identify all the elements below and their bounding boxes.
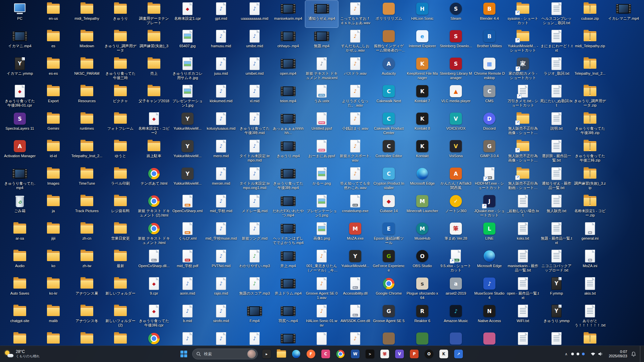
desktop-icon[interactable]: NKSC_PARAM bbox=[70, 56, 103, 82]
desktop-icon[interactable]: EEpson 接続診断ツール bbox=[372, 221, 405, 247]
taskbar-clock[interactable]: 0:07 2025/09/23 bbox=[609, 350, 627, 358]
desktop-icon[interactable]: ♪PVTNd.mid bbox=[205, 248, 237, 275]
desktop-icon[interactable]: きゅうりボカコレ用サムネ.jpg bbox=[171, 56, 204, 82]
desktop-icon[interactable]: きゅうり_調声用データ.zip bbox=[574, 83, 606, 110]
desktop-icon[interactable]: ♪わかりやすい.mp3 bbox=[238, 248, 271, 275]
desktop-icon[interactable]: ♪メドレー風.mid bbox=[238, 193, 271, 220]
desktop-icon[interactable]: eInternet Explorer bbox=[406, 28, 439, 55]
desktop-icon[interactable]: きゅうり食ってた午後三時.zip bbox=[574, 138, 606, 165]
desktop-icon[interactable]: きゅうり bbox=[104, 1, 137, 27]
desktop-icon[interactable]: zh-cn bbox=[70, 221, 103, 247]
desktop-icon[interactable]: ♪パスドラ.wav bbox=[339, 56, 372, 82]
desktop-icon[interactable]: ♪umibe.mid bbox=[238, 28, 271, 55]
desktop-icon[interactable]: WiFI.txt bbox=[506, 303, 539, 330]
taskbar-pinned-obs-studio[interactable]: O bbox=[422, 347, 436, 361]
desktop-icon[interactable]: ▦Chrome Remote Desktop bbox=[473, 56, 506, 82]
desktop-icon[interactable]: ♪xl.mid bbox=[238, 83, 271, 110]
notification-bell-icon[interactable] bbox=[631, 351, 636, 357]
desktop-icon[interactable] bbox=[3, 330, 36, 346]
desktop-icon[interactable]: ◆名称未設定1.cpr bbox=[171, 1, 204, 27]
desktop-icon[interactable]: ♪きゅうり食ってた午後3時.mid bbox=[238, 111, 271, 137]
desktop-icon[interactable] bbox=[473, 330, 506, 346]
desktop-icon[interactable]: YYukkuriMovieM... bbox=[339, 248, 372, 275]
search-box[interactable] bbox=[192, 349, 258, 359]
desktop-icon[interactable]: 筆筆まめ Ver.28 bbox=[439, 221, 472, 247]
desktop-icon[interactable]: jijii bbox=[37, 221, 70, 247]
desktop-icon[interactable]: BBrother Utilities bbox=[473, 28, 506, 55]
desktop-icon[interactable]: YF.ymmp bbox=[540, 276, 573, 302]
desktop-icon[interactable]: 調声練習(失敗)_3 bbox=[138, 28, 170, 55]
tray-app-1-icon[interactable] bbox=[571, 353, 574, 355]
desktop-icon[interactable]: PPSFおーまにあ.ppsf bbox=[305, 138, 338, 165]
desktop-icon[interactable]: HHALion Sonic bbox=[406, 1, 439, 27]
desktop-icon[interactable]: ♪新規ソング.mid bbox=[238, 221, 271, 247]
desktop-icon[interactable]: id-id bbox=[37, 138, 70, 165]
desktop-icon[interactable]: ♪b.mid bbox=[171, 303, 204, 330]
desktop-icon[interactable]: OOBS Studio bbox=[406, 248, 439, 275]
desktop-icon[interactable]: Images bbox=[37, 166, 70, 192]
search-input[interactable] bbox=[203, 351, 245, 357]
desktop-icon[interactable]: ♪ bbox=[339, 330, 372, 346]
desktop-icon[interactable]: CCrypton Product Installer bbox=[372, 166, 405, 192]
desktop-icon[interactable]: 羽尻へ.mp4 bbox=[272, 303, 305, 330]
desktop-icon[interactable]: あっぁぁぁぁhhhhhh... bbox=[272, 111, 305, 137]
desktop-icon[interactable]: DLLAccessibility.dll bbox=[339, 276, 372, 302]
desktop-icon[interactable]: ♪無題のスコア.mp3 bbox=[238, 276, 271, 302]
desktop-icon[interactable]: PC bbox=[3, 1, 36, 27]
desktop-icon[interactable]: レジ袋有料 bbox=[104, 193, 137, 220]
desktop-icon[interactable]: ラベル印刷 bbox=[104, 166, 137, 192]
desktop-icon[interactable]: まにまにわーど！.txt bbox=[540, 28, 573, 55]
desktop-icon[interactable]: ♪Amazon Music bbox=[439, 303, 472, 330]
desktop-icon[interactable]: ♪Groove Agent SE 01.wav bbox=[305, 276, 338, 302]
desktop-icon[interactable]: 路上駐車 bbox=[138, 138, 170, 165]
weather-widget[interactable]: 28°C くもりのち晴れ bbox=[1, 347, 43, 361]
desktop-icon[interactable]: きゅうり_調声用データ bbox=[104, 28, 137, 55]
desktop-icon[interactable]: ko-kr bbox=[37, 276, 70, 302]
desktop-icon[interactable]: テンポあて.html bbox=[138, 166, 170, 192]
desktop-icon[interactable]: zh-tw bbox=[70, 248, 103, 275]
desktop-icon[interactable]: ポリリリリズム bbox=[372, 1, 405, 27]
desktop-icon[interactable]: ♪hamusu.mid bbox=[205, 28, 237, 55]
desktop-icon[interactable]: MMoZA.exe bbox=[339, 221, 372, 247]
desktop-icon[interactable]: 売上 bbox=[138, 56, 170, 82]
desktop-icon[interactable]: 新しいフォルダー (2) bbox=[104, 303, 137, 330]
desktop-icon[interactable]: F.mp4 bbox=[238, 303, 271, 330]
desktop-icon[interactable]: DDiscord bbox=[473, 111, 506, 137]
desktop-icon[interactable] bbox=[439, 330, 472, 346]
desktop-icon[interactable]: SSpectraLayers 11 bbox=[3, 111, 36, 137]
desktop-icon[interactable]: 調声練習(失敗)_3.zip bbox=[574, 166, 606, 192]
desktop-icon[interactable]: Aかんたん！AITalk3 関西風 bbox=[439, 166, 472, 192]
taskbar-pinned-google-chrome[interactable] bbox=[334, 347, 347, 361]
desktop-icon[interactable]: 画像1.png bbox=[305, 221, 338, 247]
desktop-icon[interactable]: Yきゅうり.ymmp bbox=[540, 303, 573, 330]
desktop-icon[interactable]: INIgeneral.ini bbox=[574, 221, 606, 247]
desktop-icon[interactable]: EXEcreatedump.exe bbox=[339, 193, 372, 220]
desktop-icon[interactable]: Telepathy_Inst_2... bbox=[70, 138, 103, 165]
desktop-icon[interactable]: INIMoZA.ini bbox=[574, 248, 606, 275]
desktop-icon[interactable]: cubase.zip bbox=[574, 1, 606, 27]
desktop-icon[interactable]: YYukkuriMovieM... bbox=[171, 111, 204, 137]
desktop-icon[interactable]: midi_Telepathy bbox=[70, 1, 103, 27]
desktop-icon[interactable]: ヘルスコンプレッション＿歌詞.txt bbox=[540, 1, 573, 27]
desktop-icon[interactable]: 新しいフォルダー bbox=[104, 276, 137, 302]
desktop-icon[interactable]: Resources bbox=[70, 83, 103, 110]
desktop-icon[interactable]: ♪umibet.mid bbox=[238, 56, 271, 82]
desktop-icon[interactable]: ゆうと bbox=[104, 138, 137, 165]
desktop-icon[interactable]: TimeTune bbox=[70, 166, 103, 192]
desktop-icon[interactable]: だれだFXいれたやつ.mp4 bbox=[272, 193, 305, 220]
desktop-icon[interactable]: YYukkuriMovieM... bbox=[171, 138, 204, 165]
taskbar-pinned-firefox[interactable]: F bbox=[304, 347, 318, 361]
desktop-icon[interactable]: en-us bbox=[37, 1, 70, 27]
desktop-icon[interactable]: RReaktor 6 bbox=[406, 303, 439, 330]
desktop-icon[interactable]: ♪gpt.mid bbox=[205, 1, 237, 27]
desktop-icon[interactable] bbox=[305, 330, 338, 346]
desktop-icon[interactable]: ♪タイトル未設定.tempo.mid bbox=[238, 138, 271, 165]
desktop-icon[interactable]: J↗JQuake.exe - ショートカット bbox=[473, 193, 506, 220]
desktop-icon[interactable]: ♪答え知ってても全然わこれ.wav bbox=[339, 166, 372, 192]
desktop-icon[interactable]: 通知うぜえ - 親作品一覧.txt bbox=[540, 166, 573, 192]
desktop-icon[interactable]: きゅうり.mp4 bbox=[272, 138, 305, 165]
desktop-icon[interactable]: 通知うぜえ.mp4 bbox=[305, 1, 338, 27]
desktop-icon[interactable]: ↗YukkuriMovieM... - ショートカット bbox=[506, 28, 539, 55]
taskbar-pinned-app-purple[interactable]: V bbox=[393, 347, 406, 361]
taskbar-pinned-file-explorer[interactable] bbox=[275, 347, 288, 361]
